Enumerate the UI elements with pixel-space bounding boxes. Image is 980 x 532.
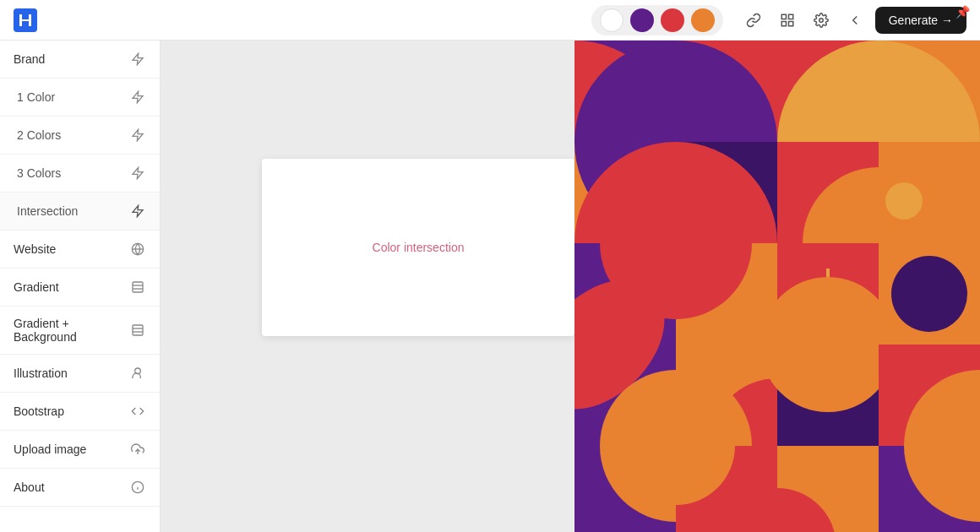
sidebar-illustration-icon <box>129 365 146 382</box>
sidebar-illustration-label: Illustration <box>14 366 129 380</box>
topbar: 📌 Generate → <box>0 0 980 41</box>
color-palette-selector <box>591 5 723 35</box>
svg-point-53 <box>760 277 896 412</box>
sidebar-bootstrap-icon <box>129 403 146 420</box>
sidebar-gradient-label: Gradient <box>14 280 129 294</box>
color-swatch-white[interactable] <box>600 8 623 32</box>
svg-marker-9 <box>133 167 143 178</box>
back-button[interactable] <box>841 7 868 34</box>
svg-rect-2 <box>788 14 792 19</box>
svg-marker-7 <box>133 91 143 102</box>
svg-point-5 <box>819 18 823 22</box>
pin-icon: 📌 <box>956 5 970 19</box>
generate-button[interactable]: Generate → <box>875 7 966 34</box>
sidebar-website-label: Website <box>14 242 129 256</box>
svg-marker-10 <box>133 205 143 216</box>
svg-point-49 <box>891 256 967 332</box>
artwork-container <box>574 41 980 532</box>
sidebar-item-intersection[interactable]: Intersection <box>0 193 160 231</box>
artwork-svg <box>574 41 980 532</box>
sidebar-about-icon <box>129 479 146 496</box>
sidebar-about-label: About <box>14 480 129 494</box>
svg-point-43 <box>600 167 752 319</box>
sidebar-3colors-icon <box>129 165 146 182</box>
sidebar-intersection-label: Intersection <box>17 204 129 218</box>
svg-rect-1 <box>781 14 786 19</box>
sidebar-item-upload-image[interactable]: Upload image <box>0 431 160 469</box>
sidebar-upload-icon <box>129 441 146 458</box>
color-swatch-purple[interactable] <box>630 8 654 32</box>
sidebar-brand-icon <box>129 51 146 68</box>
sidebar-item-brand[interactable]: Brand <box>0 41 160 79</box>
canvas-area: Color intersection <box>161 41 980 532</box>
sidebar-item-3colors[interactable]: 3 Colors <box>0 155 160 193</box>
sidebar-item-2colors[interactable]: 2 Colors <box>0 117 160 155</box>
sidebar-website-icon <box>129 241 146 258</box>
sidebar: Brand 1 Color 2 Colors 3 Colors Intersec <box>0 41 161 532</box>
sidebar-gradient-bg-icon <box>129 322 146 339</box>
sidebar-gradient-icon <box>129 279 146 296</box>
sidebar-item-1color[interactable]: 1 Color <box>0 79 160 117</box>
svg-point-59 <box>617 387 735 505</box>
svg-rect-4 <box>781 21 786 25</box>
link-button[interactable] <box>740 7 767 34</box>
topbar-actions: Generate → <box>740 7 966 34</box>
sidebar-item-about[interactable]: About <box>0 469 160 507</box>
sidebar-item-gradient-bg[interactable]: Gradient + Background <box>0 307 160 355</box>
svg-point-39 <box>885 182 923 220</box>
sidebar-3colors-label: 3 Colors <box>17 166 129 180</box>
sidebar-1color-label: 1 Color <box>17 90 129 104</box>
sidebar-gradient-bg-label: Gradient + Background <box>14 317 129 344</box>
settings-button[interactable] <box>808 7 835 34</box>
color-swatch-red[interactable] <box>661 8 684 32</box>
sidebar-item-bootstrap[interactable]: Bootstrap <box>0 393 160 431</box>
sidebar-2colors-label: 2 Colors <box>17 128 129 142</box>
sidebar-bootstrap-label: Bootstrap <box>14 404 129 418</box>
sidebar-item-illustration[interactable]: Illustration <box>0 355 160 393</box>
main-layout: Brand 1 Color 2 Colors 3 Colors Intersec <box>0 41 980 532</box>
canvas-card-label: Color intersection <box>373 241 465 254</box>
svg-marker-8 <box>133 129 143 140</box>
svg-marker-6 <box>133 53 143 64</box>
canvas-card: Color intersection <box>262 159 574 336</box>
component-button[interactable] <box>774 7 801 34</box>
sidebar-brand-label: Brand <box>14 52 129 66</box>
svg-rect-16 <box>133 325 143 335</box>
sidebar-1color-icon <box>129 89 146 106</box>
app-logo <box>14 8 37 32</box>
sidebar-2colors-icon <box>129 127 146 144</box>
sidebar-item-website[interactable]: Website <box>0 231 160 269</box>
sidebar-item-gradient[interactable]: Gradient <box>0 269 160 307</box>
sidebar-intersection-icon <box>129 203 146 220</box>
svg-rect-3 <box>788 21 792 25</box>
color-swatch-orange[interactable] <box>691 8 715 32</box>
sidebar-upload-label: Upload image <box>14 442 129 456</box>
svg-rect-13 <box>133 282 143 292</box>
